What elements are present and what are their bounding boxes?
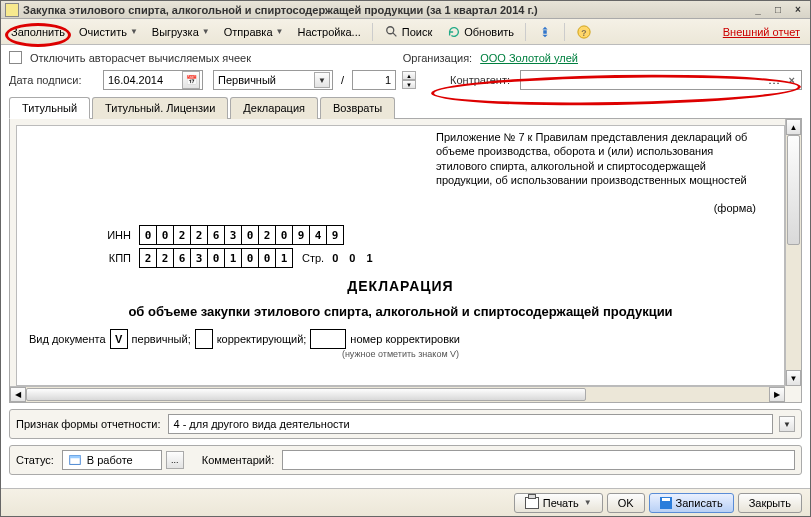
inn-cell: 0 — [275, 225, 293, 245]
kpp-cell: 2 — [156, 248, 174, 268]
spin-up[interactable]: ▲ — [402, 71, 416, 80]
correct-no-label: номер корректировки — [350, 333, 460, 345]
document-pane: Приложение № 7 к Правилам представления … — [9, 119, 802, 403]
app-icon — [5, 3, 19, 17]
footer: Печать▼ OK Записать Закрыть — [1, 488, 810, 516]
spin-down[interactable]: ▼ — [402, 80, 416, 89]
settings-button[interactable]: Настройка... — [291, 23, 366, 41]
mark-hint: (нужное отметить знаком V) — [29, 349, 772, 359]
save-button[interactable]: Записать — [649, 493, 734, 513]
search-button[interactable]: Поиск — [378, 21, 438, 43]
scroll-thumb[interactable] — [787, 135, 800, 245]
kpp-cell: 0 — [207, 248, 225, 268]
expand-icon — [537, 24, 553, 40]
inn-cell: 0 — [139, 225, 157, 245]
inn-cell: 3 — [224, 225, 242, 245]
kpp-cell: 3 — [190, 248, 208, 268]
scroll-up[interactable]: ▲ — [786, 119, 801, 135]
tab-returns[interactable]: Возвраты — [320, 97, 395, 119]
refresh-button[interactable]: Обновить — [440, 21, 520, 43]
sign-date-label: Дата подписи: — [9, 74, 99, 86]
seq-no-field[interactable]: 1 — [352, 70, 396, 90]
scroll-right[interactable]: ▶ — [769, 387, 785, 402]
inn-cell: 9 — [326, 225, 344, 245]
correct-label: корректирующий; — [217, 333, 307, 345]
comment-label: Комментарий: — [202, 454, 274, 466]
status-row: Статус: В работе ... Комментарий: — [9, 445, 802, 475]
form-sign-row: Признак формы отчетности: 4 - для другог… — [9, 409, 802, 439]
inn-cell: 0 — [241, 225, 259, 245]
doc-kind-select[interactable]: Первичный ▼ — [213, 70, 333, 90]
declaration-subtitle: об объеме закупки этилового спирта, алко… — [33, 304, 768, 319]
form-sign-select[interactable]: 4 - для другого вида деятельности — [168, 414, 773, 434]
svg-text:?: ? — [581, 27, 586, 37]
regulation-note: Приложение № 7 к Правилам представления … — [436, 130, 756, 187]
save-icon — [660, 497, 672, 509]
inn-cell: 2 — [258, 225, 276, 245]
clear-field-button[interactable]: × — [785, 74, 799, 86]
vertical-scrollbar[interactable]: ▲ ▼ — [785, 119, 801, 386]
toolbar-separator — [372, 23, 373, 41]
chevron-down-icon[interactable]: ▼ — [779, 416, 795, 432]
seq-spin[interactable]: ▲ ▼ — [402, 71, 416, 89]
inn-row: ИНН 0 0 2 2 6 3 0 2 0 9 4 9 — [29, 225, 772, 245]
sign-date-field[interactable]: 16.04.2014 📅 — [103, 70, 203, 90]
window-title: Закупка этилового спирта, алкогольной и … — [23, 4, 750, 16]
toolbar-separator — [564, 23, 565, 41]
maximize-button[interactable]: □ — [770, 3, 786, 17]
expand-button[interactable] — [531, 21, 559, 43]
svg-rect-6 — [70, 456, 81, 459]
clear-button[interactable]: Очистить▼ — [73, 23, 144, 41]
doc-type-row: Вид документа V первичный; корректирующи… — [29, 329, 772, 349]
status-label: Статус: — [16, 454, 54, 466]
scroll-left[interactable]: ◀ — [10, 387, 26, 402]
counterparty-label: Контрагент: — [450, 74, 510, 86]
counterparty-field[interactable]: ... × — [520, 70, 802, 90]
kpp-cell: 1 — [275, 248, 293, 268]
autocalc-checkbox[interactable] — [9, 51, 22, 64]
primary-mark-box[interactable]: V — [110, 329, 128, 349]
print-button[interactable]: Печать▼ — [514, 493, 603, 513]
scroll-thumb[interactable] — [26, 388, 586, 401]
comment-field[interactable] — [282, 450, 795, 470]
inn-cell: 4 — [309, 225, 327, 245]
help-button[interactable]: ? — [570, 21, 598, 43]
org-link[interactable]: ООО Золотой улей — [480, 52, 578, 64]
horizontal-scrollbar[interactable]: ◀ ▶ — [10, 386, 785, 402]
printer-icon — [525, 497, 539, 509]
minimize-button[interactable]: _ — [750, 3, 766, 17]
external-report-link[interactable]: Внешний отчет — [723, 26, 806, 38]
tab-declaration[interactable]: Декларация — [230, 97, 318, 119]
ok-button[interactable]: OK — [607, 493, 645, 513]
tab-licenses[interactable]: Титульный. Лицензии — [92, 97, 228, 119]
svg-point-0 — [387, 26, 394, 33]
export-button[interactable]: Выгрузка▼ — [146, 23, 216, 41]
close-window-button[interactable]: × — [790, 3, 806, 17]
chevron-down-icon[interactable]: ▼ — [314, 72, 330, 88]
inn-cell: 9 — [292, 225, 310, 245]
inn-label: ИНН — [29, 229, 139, 241]
lookup-button[interactable]: ... — [764, 74, 784, 86]
tab-title[interactable]: Титульный — [9, 97, 90, 119]
correct-no-box[interactable] — [310, 329, 346, 349]
search-icon — [384, 24, 400, 40]
status-field[interactable]: В работе — [62, 450, 162, 470]
refresh-icon — [446, 24, 462, 40]
status-lookup-button[interactable]: ... — [166, 451, 184, 469]
send-button[interactable]: Отправка▼ — [218, 23, 290, 41]
inn-cell: 2 — [173, 225, 191, 245]
primary-label: первичный; — [132, 333, 191, 345]
close-button[interactable]: Закрыть — [738, 493, 802, 513]
scroll-down[interactable]: ▼ — [786, 370, 801, 386]
doc-type-label: Вид документа — [29, 333, 106, 345]
calendar-button[interactable]: 📅 — [182, 71, 200, 89]
svg-line-1 — [393, 32, 397, 36]
fill-button[interactable]: Заполнить — [5, 23, 71, 41]
correct-mark-box[interactable] — [195, 329, 213, 349]
org-label: Организация: — [403, 52, 472, 64]
status-icon — [67, 452, 83, 468]
help-icon: ? — [576, 24, 592, 40]
form-sign-label: Признак формы отчетности: — [16, 418, 160, 430]
kpp-cell: 2 — [139, 248, 157, 268]
kpp-row: КПП 2 2 6 3 0 1 0 0 1 Стр. 0 0 1 — [29, 248, 772, 268]
